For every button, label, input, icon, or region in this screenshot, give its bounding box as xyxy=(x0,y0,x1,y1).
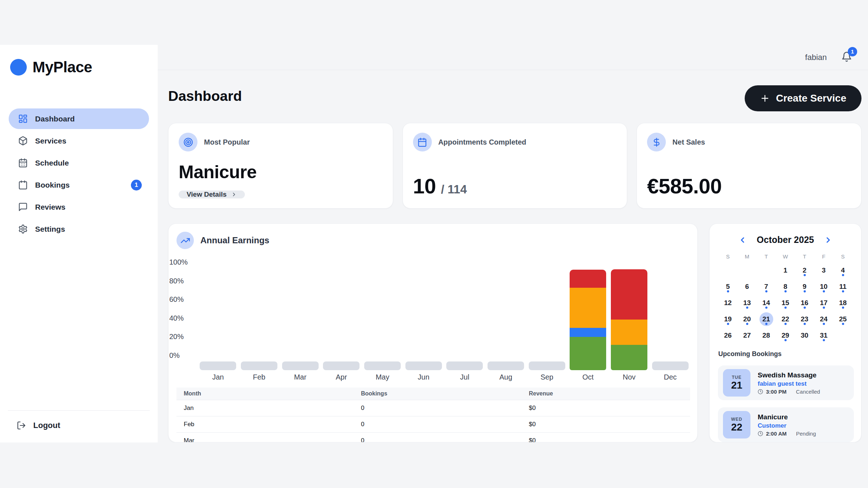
calendar-day-23[interactable]: 23 xyxy=(795,311,814,327)
create-service-button[interactable]: Create Service xyxy=(745,85,861,111)
y-axis-tick: 40% xyxy=(169,314,195,322)
table-column-header: Bookings xyxy=(354,388,522,400)
day-number: 6 xyxy=(740,280,754,294)
sidebar-item-bookings[interactable]: Bookings1 xyxy=(9,175,149,195)
calendar-day-12[interactable]: 12 xyxy=(718,295,737,311)
chevron-right-icon xyxy=(824,236,833,244)
bar-segment-red xyxy=(611,269,647,320)
stat-card-net-sales: Net Sales €585.00 xyxy=(637,123,861,209)
booking-dot xyxy=(823,290,825,292)
calendar-day-15[interactable]: 15 xyxy=(776,295,795,311)
calendar-day-30[interactable]: 30 xyxy=(795,327,814,343)
lower-row: Annual Earnings 100%80%60%40%20%0% JanFe… xyxy=(168,223,861,442)
x-axis-label: Oct xyxy=(567,373,609,381)
main-content: Dashboard Create Service Most Popular Ma… xyxy=(158,70,868,442)
calendar-day-5[interactable]: 5 xyxy=(718,278,737,295)
sidebar-item-schedule[interactable]: Schedule xyxy=(9,153,149,173)
calendar-day-24[interactable]: 24 xyxy=(814,311,833,327)
y-axis-tick: 80% xyxy=(169,277,195,285)
bar-segment-orange xyxy=(570,288,606,328)
day-number: 28 xyxy=(760,329,773,342)
calendar-day-7[interactable]: 7 xyxy=(757,278,776,295)
sidebar-item-dashboard[interactable]: Dashboard xyxy=(9,108,149,129)
calendar-day-6[interactable]: 6 xyxy=(737,278,757,295)
x-axis-label: Jun xyxy=(403,373,444,381)
table-row: Feb0$0 xyxy=(176,416,690,433)
calendar-day-2[interactable]: 2 xyxy=(795,262,814,278)
sidebar-item-label: Settings xyxy=(35,225,65,234)
booking-card-manicure[interactable]: WED22ManicureCustomer2:00 AMPending xyxy=(718,407,854,442)
booking-meta: 2:00 AMPending xyxy=(758,431,816,437)
earnings-table: MonthBookingsRevenue Jan0$0Feb0$0Mar0$0 xyxy=(176,388,690,442)
calendar-day-21[interactable]: 21 xyxy=(757,311,776,327)
calendar-day-29[interactable]: 29 xyxy=(776,327,795,343)
booking-dot xyxy=(842,290,844,292)
booking-dot xyxy=(842,274,844,276)
calendar-prev-button[interactable] xyxy=(738,235,747,245)
booking-customer-link[interactable]: fabian guest test xyxy=(758,380,820,388)
calendar-day-17[interactable]: 17 xyxy=(814,295,833,311)
table-row: Jan0$0 xyxy=(176,400,690,416)
booking-card-swedish-massage[interactable]: TUE21Swedish Massagefabian guest test3:0… xyxy=(718,365,854,400)
calendar-day-22[interactable]: 22 xyxy=(776,311,795,327)
calendar-day-26[interactable]: 26 xyxy=(718,327,737,343)
calendar-day-1[interactable]: 1 xyxy=(776,262,795,278)
sidebar-item-label: Services xyxy=(35,137,66,145)
title-row: Dashboard Create Service xyxy=(168,85,861,111)
booking-customer-link[interactable]: Customer xyxy=(758,422,816,429)
calendar-day-3[interactable]: 3 xyxy=(814,262,833,278)
calendar-day-18[interactable]: 18 xyxy=(833,295,852,311)
table-cell: Feb xyxy=(176,416,354,433)
stat-value-row: €585.00 xyxy=(647,174,851,198)
booking-day-number: 21 xyxy=(731,380,742,390)
current-user: fabian xyxy=(805,53,827,62)
sidebar-footer: Logout xyxy=(8,410,150,442)
day-number: 27 xyxy=(740,329,754,342)
bar-segment-red xyxy=(570,270,606,288)
sidebar-item-label: Bookings xyxy=(35,181,70,189)
chart-column-mar xyxy=(280,270,321,370)
calendar-day-20[interactable]: 20 xyxy=(737,311,757,327)
clock-icon xyxy=(758,431,763,436)
calendar-day-19[interactable]: 19 xyxy=(718,311,737,327)
calendar-day-10[interactable]: 10 xyxy=(814,278,833,295)
booking-date-badge: WED22 xyxy=(723,411,750,438)
sidebar-item-reviews[interactable]: Reviews xyxy=(9,197,149,217)
calendar-day-25[interactable]: 25 xyxy=(833,311,852,327)
trending-up-icon xyxy=(176,232,194,249)
table-row: Mar0$0 xyxy=(176,433,690,443)
calendar-day-8[interactable]: 8 xyxy=(776,278,795,295)
empty-month-bar xyxy=(282,361,319,370)
calendar-day-14[interactable]: 14 xyxy=(757,295,776,311)
calendar-day-27[interactable]: 27 xyxy=(737,327,757,343)
stat-label: Appointments Completed xyxy=(438,138,526,146)
upcoming-bookings-title: Upcoming Bookings xyxy=(718,350,782,358)
notifications-button[interactable]: 1 xyxy=(841,51,854,64)
calendar-day-empty xyxy=(737,262,757,278)
calendar-day-31[interactable]: 31 xyxy=(814,327,833,343)
view-details-button[interactable]: View Details xyxy=(179,191,245,198)
calendar-day-9[interactable]: 9 xyxy=(795,278,814,295)
calendar-day-13[interactable]: 13 xyxy=(737,295,757,311)
bar-segment-green xyxy=(570,337,606,370)
booking-status: Pending xyxy=(796,431,816,437)
chart-header: Annual Earnings xyxy=(176,232,269,249)
calendar-day-11[interactable]: 11 xyxy=(833,278,852,295)
chart-column-sep xyxy=(526,270,567,370)
calendar-day-empty xyxy=(757,262,776,278)
calendar-next-button[interactable] xyxy=(824,235,833,245)
logout-button[interactable]: Logout xyxy=(17,421,143,430)
booking-dot xyxy=(823,339,825,341)
calendar-day-28[interactable]: 28 xyxy=(757,327,776,343)
calendar-days-icon xyxy=(18,158,28,168)
empty-month-bar xyxy=(529,361,565,370)
calendar-day-16[interactable]: 16 xyxy=(795,295,814,311)
booking-status: Cancelled xyxy=(796,389,820,395)
sidebar-item-label: Reviews xyxy=(35,203,65,211)
sidebar-item-services[interactable]: Services xyxy=(9,130,149,151)
sidebar-item-label: Schedule xyxy=(35,159,69,167)
calendar-icon xyxy=(413,133,432,151)
calendar-day-4[interactable]: 4 xyxy=(833,262,852,278)
sidebar-item-settings[interactable]: Settings xyxy=(9,219,149,239)
weekday-label: W xyxy=(776,253,795,260)
